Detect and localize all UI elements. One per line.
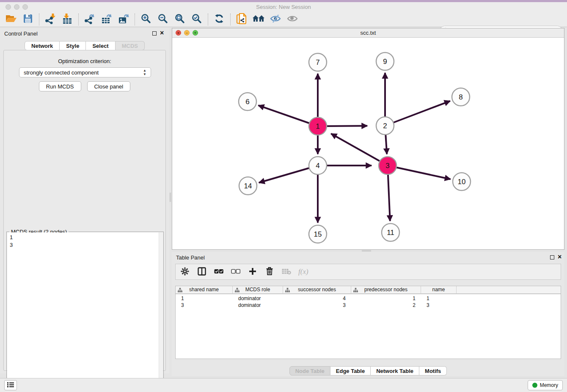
tab-node-table[interactable]: Node Table <box>289 366 330 375</box>
criterion-dropdown-value: strongly connected component <box>24 69 99 76</box>
cell-shared-name: 3 <box>176 302 233 309</box>
graph-edge-3-1[interactable] <box>331 134 388 166</box>
window-titlebar: Session: New Session <box>0 2 567 12</box>
graph-node-15[interactable]: 15 <box>309 225 327 243</box>
import-table-button[interactable] <box>59 13 76 26</box>
svg-text:7: 7 <box>316 58 319 66</box>
svg-text:2: 2 <box>383 122 387 130</box>
unselect-all-columns-button[interactable] <box>231 267 241 277</box>
zoom-fit-button[interactable] <box>171 13 188 26</box>
graph-node-2[interactable]: 2 <box>376 117 394 135</box>
svg-text:3: 3 <box>385 162 389 170</box>
svg-text:14: 14 <box>244 182 252 190</box>
task-list-icon <box>7 381 14 389</box>
graph-node-9[interactable]: 9 <box>376 52 394 70</box>
column-tree-icon <box>235 287 239 295</box>
graph-edge-1-6[interactable] <box>258 105 318 126</box>
network-graph[interactable]: 7968124314101511 <box>172 38 564 249</box>
tab-edge-table[interactable]: Edge Table <box>330 366 371 375</box>
close-panel-button[interactable]: Close panel <box>87 81 131 91</box>
graph-node-1[interactable]: 1 <box>309 117 327 135</box>
close-table-panel-icon[interactable]: × <box>558 253 561 261</box>
delete-columns-button[interactable] <box>264 267 275 277</box>
tab-motifs[interactable]: Motifs <box>419 366 447 375</box>
toolbar-separator <box>39 14 39 25</box>
houses-icon <box>252 14 265 25</box>
graph-node-7[interactable]: 7 <box>309 53 327 71</box>
mcds-result-area[interactable]: 1 3 <box>7 232 163 391</box>
zoom-in-icon <box>141 14 151 25</box>
control-panel-title: Control Panel <box>4 30 38 37</box>
zoom-in-button[interactable] <box>138 13 154 26</box>
show-graphics-details-button[interactable] <box>250 13 267 26</box>
table-options-button[interactable] <box>180 267 190 277</box>
column-tree-icon <box>178 287 182 295</box>
memory-button[interactable]: Memory <box>528 380 563 390</box>
vertical-splitter-handle[interactable] <box>169 193 172 202</box>
graph-node-8[interactable]: 8 <box>452 88 470 106</box>
control-panel-tabs: NetworkStyleSelectMCDS <box>0 41 169 50</box>
show-hidden-button[interactable] <box>284 13 301 26</box>
function-builder-button[interactable]: f(x) <box>298 268 308 276</box>
network-frame-titlebar[interactable]: × − + scc.txt <box>172 28 564 38</box>
select-all-columns-button[interactable] <box>214 267 224 277</box>
graph-node-6[interactable]: 6 <box>239 93 256 110</box>
open-folder-icon <box>6 14 17 25</box>
column-header-predecessor-nodes[interactable]: predecessor nodes <box>351 286 421 293</box>
result-scrollbar[interactable] <box>159 232 163 391</box>
save-session-button[interactable] <box>19 13 36 26</box>
float-panel-icon[interactable] <box>152 31 157 36</box>
cell-predecessor-nodes: 2 <box>351 302 421 309</box>
tab-style[interactable]: Style <box>60 41 86 50</box>
cell-shared-name: 1 <box>176 295 233 302</box>
run-mcds-button[interactable]: Run MCDS <box>39 81 81 91</box>
show-columns-button[interactable] <box>197 267 207 277</box>
column-header-successor-nodes[interactable]: successor nodes <box>283 286 351 293</box>
zoom-selected-icon <box>192 14 202 25</box>
import-network-icon <box>45 13 56 25</box>
graph-node-14[interactable]: 14 <box>239 177 257 195</box>
trash-icon <box>266 267 273 276</box>
svg-text:10: 10 <box>458 178 466 186</box>
graph-edge-2-8[interactable] <box>385 101 450 126</box>
graph-node-10[interactable]: 10 <box>453 173 471 190</box>
task-history-button[interactable] <box>4 380 17 390</box>
control-panel: Control Panel × NetworkStyleSelectMCDS O… <box>0 28 169 373</box>
clone-network-button[interactable] <box>233 13 250 26</box>
column-header-shared-name[interactable]: shared name <box>176 286 233 293</box>
table-row[interactable]: 1dominator411 <box>176 295 561 302</box>
graph-node-3[interactable]: 3 <box>379 157 396 174</box>
table-row[interactable]: 3dominator323 <box>176 302 561 309</box>
toolbar-separator <box>208 14 208 25</box>
hide-selected-button[interactable] <box>267 13 284 26</box>
refresh-view-button[interactable] <box>211 13 228 26</box>
tab-select[interactable]: Select <box>86 41 115 50</box>
graph-node-4[interactable]: 4 <box>309 157 327 174</box>
column-header-mcds-role[interactable]: MCDS role <box>233 286 283 293</box>
zoom-out-button[interactable] <box>154 13 171 26</box>
import-table-icon <box>62 13 73 25</box>
tab-network-table[interactable]: Network Table <box>371 366 419 375</box>
export-table-button[interactable] <box>98 13 115 26</box>
export-network-button[interactable] <box>81 13 98 26</box>
table-panel: Table Panel × f(x) shared nameMCDS roles… <box>172 252 564 376</box>
graph-edge-3-10[interactable] <box>388 166 451 179</box>
network-view-frame: × − + scc.txt 7968124314101511 <box>172 28 564 250</box>
node-table: shared nameMCDS rolesuccessor nodesprede… <box>175 286 561 359</box>
open-session-button[interactable] <box>3 13 19 26</box>
export-table-icon <box>101 13 113 25</box>
column-header-name[interactable]: name <box>421 286 457 293</box>
memory-status-icon <box>532 383 537 388</box>
import-network-button[interactable] <box>42 13 59 26</box>
checked-boxes-icon <box>214 269 223 275</box>
delete-table-button[interactable] <box>281 267 292 277</box>
criterion-dropdown[interactable]: strongly connected component ▲▼ <box>19 67 151 77</box>
export-image-button[interactable] <box>115 13 132 26</box>
add-column-button[interactable] <box>248 267 258 277</box>
tab-mcds[interactable]: MCDS <box>116 41 145 50</box>
zoom-selected-button[interactable] <box>188 13 205 26</box>
graph-node-11[interactable]: 11 <box>382 224 399 241</box>
close-panel-icon[interactable]: × <box>160 29 164 37</box>
float-table-panel-icon[interactable] <box>550 255 554 259</box>
tab-network[interactable]: Network <box>25 41 60 50</box>
